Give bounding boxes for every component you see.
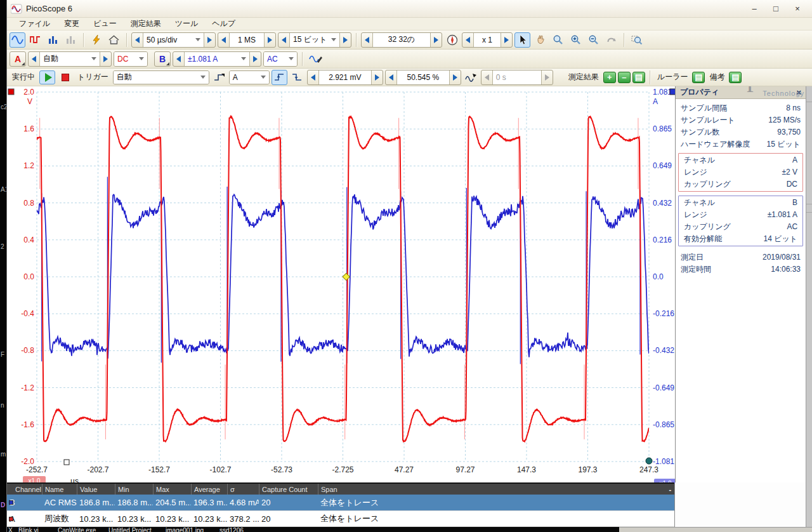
zoom-factor-value[interactable]: x 1 [473,33,501,47]
zoom-out-tool-button[interactable] [586,32,601,48]
trigger-marker-diamond[interactable] [343,273,350,280]
svg-text:2.0: 2.0 [23,88,34,96]
trigger-delay-decrease[interactable] [481,70,492,84]
stop-button[interactable] [57,70,73,84]
channel-a-coupling-value[interactable]: DC [114,52,147,66]
notes-button[interactable]: ▤ [729,72,742,83]
channel-b-range-increase[interactable] [250,52,261,66]
zoom-increase-button[interactable] [501,33,512,47]
trigger-label: トリガー [75,72,111,83]
advanced-trigger-button[interactable] [211,70,227,85]
channel-a-range-decrease[interactable] [29,52,39,66]
samples-increase-button[interactable] [265,33,275,47]
trigger-mode-value[interactable]: 自動 [114,71,209,84]
scope-view[interactable]: 2.01.61.20.80.40.0-0.4-0.8-1.2-1.6-2.0V1… [7,86,675,482]
measurement-settings-button[interactable]: ▤ [632,72,645,83]
channel-a-button[interactable]: A [10,51,26,67]
close-button[interactable]: × [787,1,808,17]
timebase-increase-button[interactable] [204,33,215,47]
persistence-view-button[interactable] [63,32,79,48]
channel-b-button[interactable]: B [154,51,171,67]
probes-button[interactable] [307,51,325,67]
square-view-button[interactable] [27,32,43,48]
alarms-button[interactable] [88,32,104,48]
table-header-cell[interactable]: Min [115,484,153,495]
scope-plot[interactable]: 2.01.61.20.80.40.0-0.4-0.8-1.2-1.6-2.0V1… [7,86,675,484]
resolution-value[interactable]: 15 ビット [289,33,340,47]
captures-increase-button[interactable] [431,33,442,47]
menu-item-4[interactable]: ツール [168,17,206,30]
spectrum-view-button[interactable] [45,32,61,48]
table-header-cell[interactable]: Name [42,484,77,495]
table-header-cell[interactable]: Capture Count [259,484,318,495]
samples-text: 1 MS [238,36,256,44]
channel-a-coupling-control: DC [114,51,148,67]
menu-item-2[interactable]: ビュー [86,17,124,30]
remove-measurement-button[interactable]: – [618,72,631,83]
background-taskbar-item[interactable]: Blink.vi [18,527,39,532]
pan-tool-button[interactable] [532,32,548,48]
channel-a-range-increase[interactable] [100,52,111,66]
table-header-cell[interactable]: Channel [7,484,42,495]
rising-edge-button[interactable] [272,70,287,85]
edge-setup-icon [213,72,225,83]
background-taskbar-item[interactable]: Untitled Project [108,527,152,532]
scope-view-button[interactable] [10,32,25,48]
background-taskbar-item[interactable]: X [8,527,13,532]
trigger-level-decrease[interactable] [308,70,318,84]
channel-a-range-value[interactable]: 自動 [39,52,100,66]
zoom-in-tool-button[interactable] [568,32,584,48]
app-icon [11,4,22,14]
samples-decrease-button[interactable] [218,33,229,47]
pretrigger-decrease[interactable] [386,70,396,84]
trigger-delay-value[interactable]: 0 s [492,70,542,84]
background-taskbar-item[interactable]: CanWrite.exe [58,527,96,532]
table-row[interactable]: A周波数10.23 k...10.23 k...10.23 k...10.23 … [7,511,674,527]
trigger-marker-button[interactable] [463,70,479,85]
capture-navigator-button[interactable] [444,32,460,48]
rulers-button[interactable]: ▤ [692,72,705,83]
undo-zoom-button[interactable] [603,32,619,48]
zoom-decrease-button[interactable] [462,33,473,47]
table-row[interactable]: BAC RMS186.8 m...186.8 m...204.5 m...196… [7,495,674,511]
table-collapse-button[interactable]: - [669,486,672,493]
table-header-cell[interactable]: σ [227,484,259,495]
menu-item-0[interactable]: ファイル [12,17,57,30]
home-button[interactable] [106,32,122,48]
menu-item-1[interactable]: 変更 [57,17,86,30]
trigger-level-text: 2.921 mV [329,73,361,82]
trigger-delay-text: 0 s [496,73,506,82]
trigger-source-value[interactable]: A [230,71,269,84]
zoom-select-tool-button[interactable] [550,32,566,48]
falling-edge-button[interactable] [289,70,305,85]
maximize-button[interactable]: □ [765,1,787,17]
table-header-cell[interactable]: Value [77,484,115,495]
samples-value[interactable]: 1 MS [229,33,265,47]
channel-b-range-value[interactable]: ±1.081 A [184,52,250,66]
table-header-cell[interactable]: Max [153,484,191,495]
table-header-cell[interactable]: Span [318,484,674,495]
table-header-cell[interactable]: Average [191,484,227,495]
background-taskbar-item[interactable]: ssd1206 [219,527,244,532]
menu-item-3[interactable]: 測定結果 [124,17,168,30]
channel-b-coupling-value[interactable]: AC [264,52,297,66]
background-taskbar-item[interactable]: image001.jpg [166,527,204,532]
trigger-delay-increase[interactable] [542,70,553,84]
pointer-tool-button[interactable] [514,32,530,48]
trigger-level-value[interactable]: 2.921 mV [318,70,372,84]
channel-b-range-decrease[interactable] [173,52,184,66]
trigger-level-increase[interactable] [372,70,383,84]
add-measurement-button[interactable]: + [603,72,616,83]
captures-decrease-button[interactable] [362,33,372,47]
pretrigger-value[interactable]: 50.545 % [396,70,450,84]
minimize-button[interactable]: – [743,1,765,17]
pretrigger-increase[interactable] [450,70,461,84]
start-button[interactable] [39,70,55,84]
resolution-decrease-button[interactable] [278,33,289,47]
resolution-increase-button[interactable] [340,33,351,47]
zoom-overview-button[interactable] [629,32,645,48]
menu-item-5[interactable]: ヘルプ [205,17,242,30]
timebase-decrease-button[interactable] [132,33,143,47]
captures-value[interactable]: 32 32の [372,33,431,47]
timebase-value[interactable]: 50 µs/div [143,33,204,47]
